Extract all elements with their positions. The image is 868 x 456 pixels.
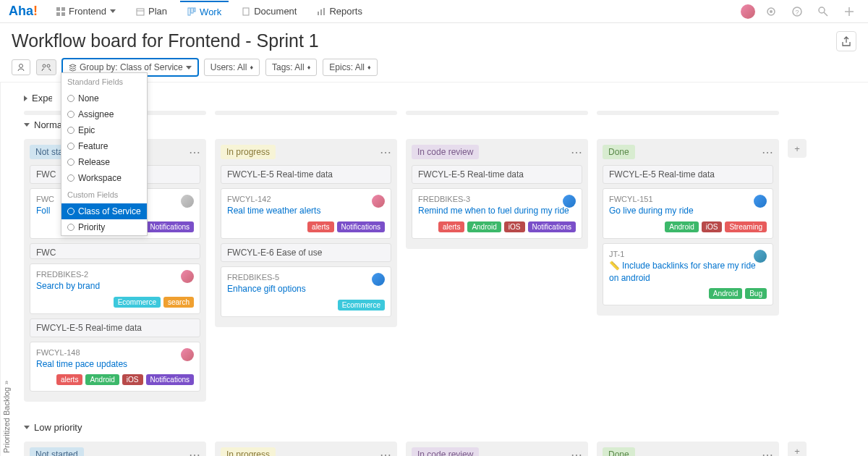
assignee-avatar[interactable] — [754, 250, 767, 263]
tag: Android — [85, 374, 119, 385]
chevron-right-icon — [24, 96, 27, 101]
column-menu[interactable]: ⋯ — [189, 448, 200, 456]
team-filter-button[interactable] — [36, 59, 56, 75]
assignee-avatar[interactable] — [372, 273, 385, 286]
tag: Android — [467, 221, 501, 232]
users-filter[interactable]: Users: All ♦ — [204, 59, 260, 76]
svg-point-14 — [770, 10, 773, 13]
column-menu[interactable]: ⋯ — [762, 145, 773, 159]
epic-header[interactable]: FWCYL-E-5 Real-time data — [30, 318, 200, 337]
top-nav: Aha! Frontend Plan Work Document Reports… — [0, 0, 868, 23]
card[interactable]: FWCYL-142 Real time weather alerts alert… — [221, 188, 391, 239]
epic-header[interactable]: FWC — [30, 243, 200, 259]
nav-reports[interactable]: Reports — [310, 1, 370, 21]
nav-work[interactable]: Work — [180, 1, 229, 22]
dropdown-option-assignee[interactable]: Assignee — [61, 106, 147, 122]
swimlane-lowpriority[interactable]: Low priority — [24, 419, 856, 436]
epic-header[interactable]: FWCYL-E-5 Real-time data — [603, 165, 773, 184]
column-menu[interactable]: ⋯ — [380, 448, 391, 456]
groupby-dropdown: Standard Fields None Assignee Epic Featu… — [61, 72, 148, 236]
add-column-button[interactable]: + — [788, 139, 807, 158]
help-icon[interactable]: ? — [791, 6, 803, 17]
dropdown-option-feature[interactable]: Feature — [61, 138, 147, 154]
svg-rect-4 — [137, 9, 144, 15]
column-menu[interactable]: ⋯ — [762, 448, 773, 456]
column-done: Done ⋯ — [597, 442, 779, 456]
plus-icon[interactable] — [843, 6, 855, 17]
card[interactable]: FREDBIKES-3 Remind me when to fuel durin… — [412, 188, 582, 239]
card[interactable]: FWCYL-151 Go live during my ride Android… — [603, 188, 773, 239]
column-menu[interactable]: ⋯ — [380, 145, 391, 159]
card-title: 📏Include backlinks for share my ride on … — [609, 260, 767, 284]
backlog-sidebar-tab[interactable]: Prioritized Backlog » — [0, 83, 12, 456]
card[interactable]: FWCYL-148 Real time pace updates alertsA… — [30, 342, 200, 392]
epic-header[interactable]: FWCYL-E-5 Real-time data — [221, 165, 391, 184]
epic-header[interactable]: FWCYL-E-6 Ease of use — [221, 243, 391, 262]
card-title: Enhance gift options — [227, 283, 385, 295]
radio-icon — [67, 224, 75, 231]
tag: search — [163, 297, 194, 308]
column-menu[interactable]: ⋯ — [571, 145, 582, 159]
assignee-avatar[interactable] — [563, 195, 576, 208]
dropdown-option-release[interactable]: Release — [61, 154, 147, 170]
card[interactable]: FREDBIKES-5 Enhance gift options Ecommer… — [221, 266, 391, 317]
user-avatar[interactable] — [741, 4, 755, 19]
card[interactable]: FREDBIKES-2 Search by brand Ecommercesea… — [30, 263, 200, 314]
card-title: Real time weather alerts — [227, 205, 385, 217]
tags-filter[interactable]: Tags: All ♦ — [265, 59, 317, 76]
card[interactable]: JT-1 📏Include backlinks for share my rid… — [603, 243, 773, 306]
column-label: In code review — [412, 145, 479, 159]
dropdown-section-header: Custom Fields — [61, 186, 147, 203]
nav-plan[interactable]: Plan — [129, 1, 174, 21]
assignee-filter-button[interactable] — [12, 59, 30, 75]
epic-header[interactable]: FWCYL-E-5 Real-time data — [412, 165, 582, 184]
radio-icon — [67, 143, 75, 150]
card-title: Search by brand — [36, 280, 194, 292]
card-id: FWCYL-151 — [609, 195, 767, 203]
logo[interactable]: Aha! — [9, 4, 38, 19]
column-label: Done — [603, 447, 635, 456]
assignee-avatar[interactable] — [754, 195, 767, 208]
assignee-avatar[interactable] — [372, 195, 385, 208]
card-id: FREDBIKES-2 — [36, 270, 194, 279]
svg-line-18 — [824, 12, 827, 16]
column-menu[interactable]: ⋯ — [571, 448, 582, 456]
svg-rect-10 — [318, 12, 319, 15]
svg-rect-6 — [188, 8, 190, 15]
card-title: Real time pace updates — [36, 358, 194, 371]
assignee-avatar[interactable] — [181, 348, 194, 361]
swimlane-expedite[interactable]: Expedite — [24, 90, 856, 106]
workspace-selector[interactable]: Frontend — [49, 1, 123, 21]
gear-icon[interactable] — [765, 6, 777, 17]
dropdown-option-class-of-service[interactable]: Class of Service — [61, 203, 147, 219]
radio-icon — [67, 127, 75, 134]
svg-rect-2 — [56, 12, 60, 16]
dropdown-option-epic[interactable]: Epic — [61, 122, 147, 138]
column-inprogress: In progress ⋯ FWCYL-E-5 Real-time data F… — [215, 139, 397, 327]
card-id: FWCYL-142 — [227, 195, 385, 203]
card-title: Remind me when to fuel during my ride — [418, 205, 576, 217]
column-codereview: In code review ⋯ JT-3 Improve alignment … — [406, 442, 588, 456]
dropdown-option-workspace[interactable]: Workspace — [61, 170, 147, 186]
column-label: Done — [603, 145, 635, 159]
dropdown-option-priority[interactable]: Priority — [61, 219, 147, 235]
dropdown-option-none[interactable]: None — [61, 90, 147, 106]
tag: iOS — [122, 374, 143, 385]
svg-rect-3 — [61, 12, 65, 16]
epics-filter[interactable]: Epics: All ♦ — [323, 59, 377, 76]
svg-rect-8 — [194, 8, 195, 12]
card-id: FREDBIKES-5 — [227, 273, 385, 282]
svg-rect-7 — [191, 8, 193, 13]
svg-rect-12 — [323, 8, 325, 15]
assignee-avatar[interactable] — [181, 195, 194, 208]
swimlane-normal[interactable]: Normal — [24, 117, 856, 133]
search-icon[interactable] — [817, 6, 829, 17]
share-button[interactable] — [836, 31, 856, 51]
add-column-button[interactable]: + — [788, 442, 807, 456]
calendar-icon — [136, 7, 145, 16]
svg-point-22 — [43, 64, 46, 67]
nav-document[interactable]: Document — [234, 1, 304, 21]
column-menu[interactable]: ⋯ — [189, 145, 200, 159]
reports-icon — [317, 7, 326, 16]
assignee-avatar[interactable] — [181, 270, 194, 283]
